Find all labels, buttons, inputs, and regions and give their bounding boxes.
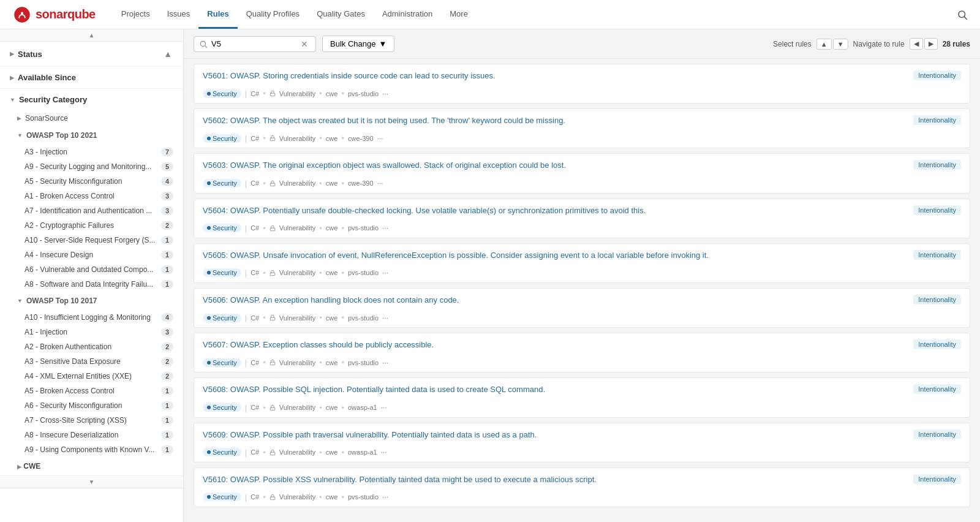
nav-quality-gates[interactable]: Quality Gates	[308, 0, 374, 29]
navigate-prev[interactable]: ◀	[910, 38, 923, 50]
rule-more-btn[interactable]: ···	[377, 134, 383, 143]
owasp-2017-item[interactable]: A7 - Cross-Site Scripting (XSS)1	[0, 413, 183, 428]
rule-badge: Intentionality	[913, 474, 961, 484]
nav-more[interactable]: More	[441, 0, 477, 29]
owasp-2017-item[interactable]: A3 - Sensitive Data Exposure2	[0, 354, 183, 369]
logo-text: sonarqube	[36, 7, 96, 21]
rule-more-btn[interactable]: ···	[382, 268, 388, 277]
owasp-2017-item[interactable]: A9 - Using Components with Known V...1	[0, 442, 183, 457]
rule-title[interactable]: V5605: OWASP. Unsafe invocation of event…	[203, 250, 907, 261]
rule-more-btn[interactable]: ···	[381, 448, 387, 456]
rule-meta: Security | C# • Vulnerability • cwe • cw…	[194, 176, 970, 193]
owasp-2017-item[interactable]: A2 - Broken Authentication2	[0, 339, 183, 354]
rule-more-btn[interactable]: ···	[377, 179, 383, 187]
sidebar-scroll-down[interactable]: ▼	[0, 476, 183, 488]
rule-cwe: cwe	[326, 404, 338, 411]
owasp-2017-item[interactable]: A4 - XML External Entities (XXE)2	[0, 369, 183, 384]
owasp-2021-item[interactable]: A1 - Broken Access Control3	[0, 189, 183, 203]
rule-title[interactable]: V5609: OWASP. Possible path traversal vu…	[203, 429, 907, 441]
status-header[interactable]: ▶ Status ▲	[0, 42, 183, 66]
owasp-2021-item-label: A2 - Cryptographic Failures	[24, 221, 161, 230]
search-box[interactable]: ✕	[194, 36, 316, 52]
nav-rules[interactable]: Rules	[198, 0, 237, 29]
owasp-2021-item[interactable]: A6 - Vulnerable and Outdated Compo...1	[0, 262, 183, 277]
rule-badge: Intentionality	[913, 384, 961, 394]
rule-source: pvs-studio	[348, 493, 379, 501]
security-category-header[interactable]: ▼ Security Category	[0, 89, 183, 110]
security-tag-dot	[207, 406, 211, 409]
owasp-2021-item[interactable]: A9 - Security Logging and Monitoring...5	[0, 159, 183, 174]
rule-title[interactable]: V5610: OWASP. Possible XSS vulnerability…	[203, 474, 907, 485]
owasp-2017-item-count: 1	[161, 401, 173, 410]
svg-rect-11	[270, 362, 275, 365]
owasp-2017-item[interactable]: A10 - Insufficient Logging & Monitoring4	[0, 310, 183, 325]
owasp-2017-item-count: 2	[161, 372, 173, 380]
search-icon[interactable]	[957, 9, 968, 20]
status-collapse-btn[interactable]: ▲	[162, 48, 173, 60]
cwe-item[interactable]: ▶ CWE	[0, 457, 183, 475]
rule-cwe: cwe	[326, 314, 338, 322]
rule-more-btn[interactable]: ···	[382, 358, 388, 367]
owasp-2021-item[interactable]: A7 - Identification and Authentication .…	[0, 203, 183, 218]
rule-title[interactable]: V5602: OWASP. The object was created but…	[203, 115, 907, 126]
chevron-down-icon-5: ▼	[379, 39, 386, 48]
rule-title[interactable]: V5604: OWASP. Potentially unsafe double-…	[203, 205, 907, 216]
rule-title[interactable]: V5601: OWASP. Storing credentials inside…	[203, 70, 907, 81]
select-rules-next[interactable]: ▼	[833, 39, 848, 50]
rule-more-btn[interactable]: ···	[381, 403, 387, 412]
owasp-2017-item[interactable]: A1 - Injection3	[0, 325, 183, 339]
navigate-next[interactable]: ▶	[924, 38, 938, 50]
rule-lang: C#	[251, 448, 259, 456]
rule-more-btn[interactable]: ···	[382, 314, 388, 322]
available-since-header[interactable]: ▶ Available Since	[0, 67, 183, 88]
rule-more-btn[interactable]: ···	[382, 493, 388, 501]
rule-type: Vulnerability	[279, 448, 316, 456]
owasp-2017-item-count: 1	[161, 445, 173, 454]
select-rules-prev[interactable]: ▲	[816, 39, 832, 50]
rule-card-header: V5610: OWASP. Possible XSS vulnerability…	[194, 468, 970, 490]
security-tag-dot	[207, 271, 211, 274]
rule-more-btn[interactable]: ···	[382, 224, 388, 232]
rule-badge: Intentionality	[913, 205, 961, 215]
sonar-source-item[interactable]: ▶ SonarSource	[0, 110, 183, 126]
owasp-2021-item[interactable]: A5 - Security Misconfiguration4	[0, 174, 183, 189]
rule-title[interactable]: V5606: OWASP. An exception handling bloc…	[203, 295, 907, 306]
rule-card: V5602: OWASP. The object was created but…	[194, 108, 970, 148]
rules-list: V5601: OWASP. Storing credentials inside…	[184, 59, 980, 517]
owasp-2021-item[interactable]: A8 - Software and Data Integrity Failu..…	[0, 277, 183, 292]
owasp-2017-item-label: A9 - Using Components with Known V...	[24, 445, 161, 454]
svg-line-2	[964, 17, 967, 19]
owasp-2017-item-count: 1	[161, 387, 173, 395]
nav-administration[interactable]: Administration	[374, 0, 441, 29]
bulk-change-button[interactable]: Bulk Change ▼	[322, 36, 394, 52]
rule-cwe: cwe	[326, 269, 338, 276]
sidebar-scroll-up[interactable]: ▲	[0, 29, 183, 42]
owasp-2017-label: OWASP Top 10 2017	[26, 297, 97, 305]
owasp-2021-item[interactable]: A3 - Injection7	[0, 145, 183, 159]
rule-card: V5609: OWASP. Possible path traversal vu…	[194, 423, 970, 463]
rule-card: V5601: OWASP. Storing credentials inside…	[194, 64, 970, 104]
owasp-2017-item[interactable]: A5 - Broken Access Control1	[0, 384, 183, 398]
search-input[interactable]	[211, 39, 297, 48]
security-tag: Security	[203, 403, 241, 412]
owasp-2017-item-count: 1	[161, 416, 173, 425]
rule-title[interactable]: V5607: OWASP. Exception classes should b…	[203, 339, 907, 350]
nav-issues[interactable]: Issues	[159, 0, 199, 29]
owasp-2021-item[interactable]: A2 - Cryptographic Failures2	[0, 218, 183, 233]
rule-title[interactable]: V5608: OWASP. Possible SQL injection. Po…	[203, 384, 907, 395]
nav-projects[interactable]: Projects	[113, 0, 159, 29]
svg-rect-5	[270, 93, 275, 96]
rule-title[interactable]: V5603: OWASP. The original exception obj…	[203, 160, 907, 171]
owasp-2017-item[interactable]: A6 - Security Misconfiguration1	[0, 398, 183, 413]
owasp-2017-header[interactable]: ▼ OWASP Top 10 2017	[0, 292, 183, 310]
search-clear-button[interactable]: ✕	[301, 39, 308, 49]
lock-icon	[270, 180, 276, 187]
owasp-2021-header[interactable]: ▼ OWASP Top 10 2021	[0, 126, 183, 145]
owasp-2021-item[interactable]: A4 - Insecure Design1	[0, 248, 183, 262]
owasp-2017-item[interactable]: A8 - Insecure Deserialization1	[0, 428, 183, 442]
logo[interactable]: sonarqube	[12, 5, 96, 25]
nav-quality-profiles[interactable]: Quality Profiles	[238, 0, 308, 29]
meta-separator: |	[245, 448, 247, 457]
rule-more-btn[interactable]: ···	[382, 89, 388, 98]
owasp-2021-item[interactable]: A10 - Server-Side Request Forgery (S...1	[0, 233, 183, 248]
